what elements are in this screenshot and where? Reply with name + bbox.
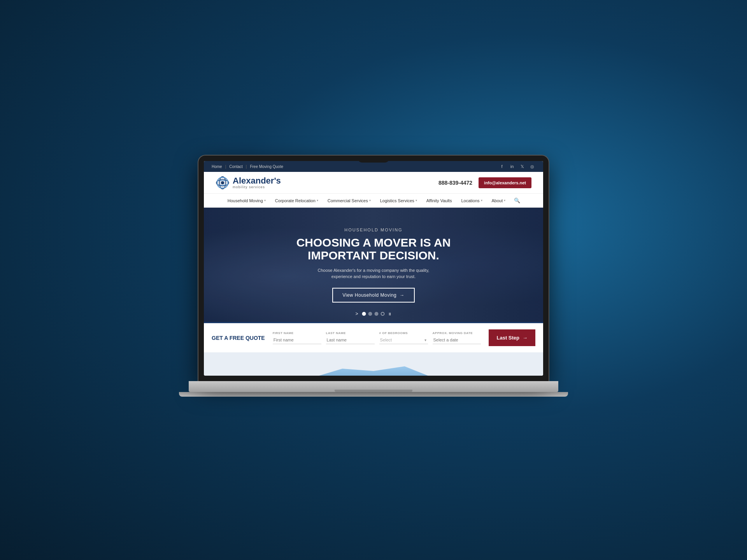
hero-cta-button[interactable]: View Household Moving → [332, 288, 415, 303]
carousel-dot-2[interactable] [368, 312, 372, 316]
nav-search-icon[interactable]: 🔍 [511, 196, 523, 205]
carousel-pause-icon[interactable]: ⏸ [388, 312, 392, 316]
map-section [204, 352, 543, 376]
hero-cta-arrow-icon: → [400, 292, 405, 298]
last-name-input[interactable] [326, 336, 375, 344]
carousel-dot-4[interactable] [381, 312, 385, 316]
hero-content: HOUSEHOLD MOVING CHOOSING A MOVER IS AN … [289, 220, 459, 310]
logo-text-area: Alexander's mobility services [233, 177, 281, 189]
quote-label: GET A FREE QUOTE [212, 335, 265, 341]
linkedin-icon[interactable]: in [509, 163, 515, 170]
nav-free-quote-link[interactable]: Free Moving Quote [250, 164, 283, 169]
nav-home-link[interactable]: Home [212, 164, 222, 169]
first-name-field: FIRST NAME [273, 331, 321, 344]
bedrooms-label: # OF BEDROOMS [379, 331, 428, 335]
logo-company-name: Alexander's [233, 177, 281, 185]
quote-quote-text: QUOTE [245, 335, 265, 341]
nav-contact-link[interactable]: Contact [229, 164, 242, 169]
first-name-input[interactable] [273, 336, 321, 344]
quote-free-text: FREE [230, 335, 244, 341]
nav-locations-label: Locations [461, 198, 479, 203]
nav-about-chevron: ▾ [504, 199, 505, 202]
site-header: Alexander's mobility services 888-839-44… [204, 172, 543, 194]
nav-locations[interactable]: Locations ▾ [457, 197, 486, 205]
first-name-label: FIRST NAME [273, 331, 321, 335]
site-logo[interactable]: Alexander's mobility services [216, 176, 281, 190]
top-utility-bar: Home | Contact | Free Moving Quote f in … [204, 161, 543, 172]
laptop-notch [358, 156, 389, 163]
nav-corporate-relocation[interactable]: Corporate Relocation ▾ [271, 197, 322, 205]
nav-commercial-services-chevron: ▾ [369, 199, 371, 202]
email-button[interactable]: info@alexanders.net [479, 177, 531, 188]
moving-date-label: APPROX. MOVING DATE [433, 331, 481, 335]
logo-tagline: mobility services [233, 185, 281, 189]
last-name-label: LAST NAME [326, 331, 375, 335]
nav-household-moving-label: Household Moving [228, 198, 263, 203]
laptop-screen-shell: Home | Contact | Free Moving Quote f in … [198, 156, 549, 381]
hero-cta-label: View Household Moving [342, 292, 396, 298]
last-name-field: LAST NAME [326, 331, 375, 344]
laptop-container: Home | Contact | Free Moving Quote f in … [193, 156, 554, 404]
nav-about-label: About [492, 198, 503, 203]
nav-logistics-services-label: Logistics Services [380, 198, 414, 203]
bedrooms-select-wrapper: Select Studio 1 Bedroom 2 Bedrooms 3 Bed… [379, 336, 428, 344]
carousel-controls: > ⏸ [355, 311, 391, 317]
svg-point-3 [221, 181, 224, 184]
main-navigation: Household Moving ▾ Corporate Relocation … [204, 194, 543, 208]
hero-description: Choose Alexander's for a moving company … [307, 267, 440, 280]
bedrooms-select[interactable]: Select Studio 1 Bedroom 2 Bedrooms 3 Bed… [379, 336, 428, 344]
last-step-button[interactable]: Last Step → [489, 329, 535, 346]
hero-title-line2: IMPORTANT DECISION. [308, 249, 439, 262]
logo-icon [216, 176, 230, 190]
nav-commercial-services[interactable]: Commercial Services ▾ [324, 197, 375, 205]
nav-household-moving-chevron: ▾ [264, 199, 266, 202]
top-bar-links: Home | Contact | Free Moving Quote [212, 164, 283, 169]
hero-title-line1: CHOOSING A MOVER IS AN [296, 236, 451, 249]
header-phone[interactable]: 888-839-4472 [438, 180, 472, 186]
laptop-screen: Home | Contact | Free Moving Quote f in … [204, 161, 543, 376]
quote-form-fields: FIRST NAME LAST NAME # OF BEDROOMS Selec [273, 331, 481, 344]
hero-subtitle: HOUSEHOLD MOVING [296, 228, 451, 232]
nav-affinity-vaults[interactable]: Affinity Vaults [423, 197, 456, 205]
hero-title: CHOOSING A MOVER IS AN IMPORTANT DECISIO… [296, 236, 451, 262]
quote-get-text: GET A [212, 335, 228, 341]
divider-1: | [225, 164, 226, 169]
nav-household-moving[interactable]: Household Moving ▾ [224, 197, 270, 205]
map-visualization [296, 352, 451, 376]
divider-2: | [246, 164, 247, 169]
carousel-dot-3[interactable] [375, 312, 379, 316]
moving-date-input[interactable] [433, 336, 481, 344]
nav-logistics-services[interactable]: Logistics Services ▾ [376, 197, 421, 205]
instagram-icon[interactable]: ◎ [529, 163, 535, 170]
facebook-icon[interactable]: f [499, 163, 505, 170]
carousel-prev-arrow[interactable]: > [355, 311, 358, 317]
website: Home | Contact | Free Moving Quote f in … [204, 161, 543, 376]
carousel-dot-1[interactable] [362, 312, 366, 316]
bedrooms-field: # OF BEDROOMS Select Studio 1 Bedroom 2 … [379, 331, 428, 344]
nav-affinity-vaults-label: Affinity Vaults [426, 198, 452, 203]
header-right-area: 888-839-4472 info@alexanders.net [438, 177, 531, 188]
nav-about[interactable]: About ▾ [488, 197, 510, 205]
last-step-arrow-icon: → [523, 335, 528, 341]
nav-commercial-services-label: Commercial Services [328, 198, 368, 203]
quote-section: GET A FREE QUOTE FIRST NAME LAST NAME [204, 322, 543, 352]
nav-corporate-relocation-label: Corporate Relocation [275, 198, 316, 203]
last-step-label: Last Step [496, 335, 519, 341]
nav-corporate-relocation-chevron: ▾ [317, 199, 318, 202]
moving-date-field: APPROX. MOVING DATE [433, 331, 481, 344]
hero-section: HOUSEHOLD MOVING CHOOSING A MOVER IS AN … [204, 208, 543, 322]
twitter-icon[interactable]: 𝕏 [519, 163, 525, 170]
nav-locations-chevron: ▾ [481, 199, 482, 202]
nav-logistics-services-chevron: ▾ [416, 199, 417, 202]
laptop-foot [179, 392, 568, 397]
laptop-base [189, 381, 558, 392]
social-icons-bar: f in 𝕏 ◎ [499, 163, 535, 170]
